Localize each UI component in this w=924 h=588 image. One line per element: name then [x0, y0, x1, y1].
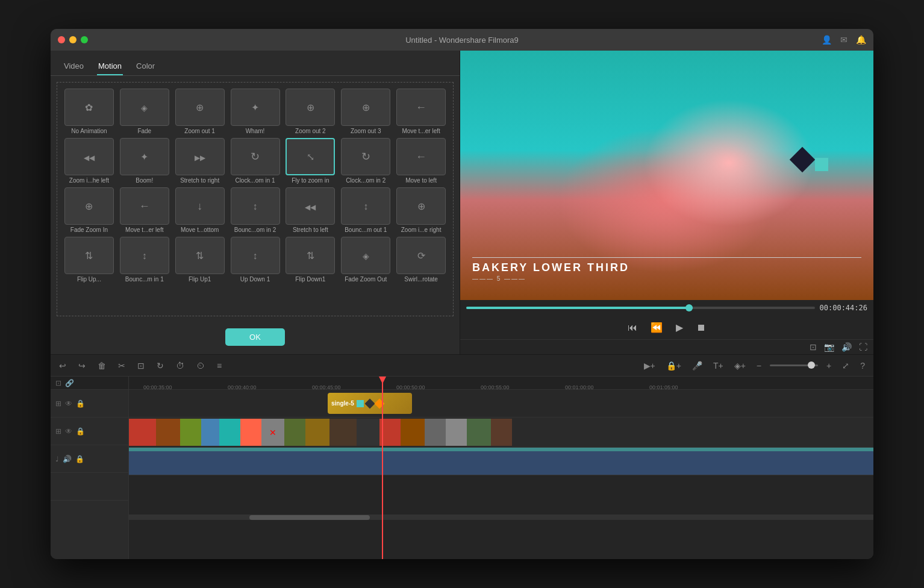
- video-clip-11[interactable]: [357, 419, 379, 446]
- video-clip-13[interactable]: [401, 419, 425, 446]
- effect-stretch-left[interactable]: Stretch to left: [284, 187, 336, 233]
- help-button[interactable]: ?: [858, 360, 867, 372]
- play-button[interactable]: ▶: [673, 319, 685, 336]
- effect-bounce-out-1[interactable]: Bounc...m out 1: [340, 187, 392, 233]
- add-video-button[interactable]: ▶+: [641, 360, 658, 372]
- motion-grid-icon[interactable]: ⊞: [55, 399, 61, 408]
- video-clip-8[interactable]: [284, 419, 305, 446]
- screenshot-icon[interactable]: 📷: [824, 342, 834, 352]
- effect-bounce-in-1[interactable]: Bounc...m in 1: [119, 237, 170, 283]
- add-text-button[interactable]: T+: [711, 360, 726, 372]
- video-clip-2[interactable]: [156, 419, 180, 446]
- effect-move-left[interactable]: Move to left: [395, 138, 447, 184]
- video-grid-icon[interactable]: ⊞: [55, 427, 61, 436]
- video-eye-icon[interactable]: 👁: [65, 427, 72, 436]
- add-effect-button[interactable]: ◈+: [732, 360, 748, 372]
- effect-clock-2[interactable]: Clock...om in 2: [340, 138, 392, 184]
- tab-motion[interactable]: Motion: [97, 58, 123, 75]
- effect-no-animation[interactable]: No Animation: [63, 89, 115, 134]
- effect-swirl-rotate[interactable]: Swirl...rotate: [395, 237, 447, 283]
- video-clip-15[interactable]: [446, 419, 467, 446]
- audio-note-icon[interactable]: ♩: [55, 455, 59, 463]
- tab-color[interactable]: Color: [135, 58, 156, 75]
- redo-button[interactable]: ↪: [76, 360, 88, 372]
- tab-video[interactable]: Video: [63, 58, 85, 75]
- crop-icon[interactable]: ⊡: [810, 342, 817, 352]
- effect-stretch-right[interactable]: Stretch to right: [174, 138, 226, 184]
- video-lock-icon[interactable]: 🔒: [76, 427, 85, 436]
- effect-zoom-out-1[interactable]: Zoom out 1: [174, 89, 226, 134]
- fit-button[interactable]: ⤢: [840, 360, 852, 372]
- effect-move-bottom[interactable]: Move t...ottom: [174, 187, 226, 233]
- video-clip-10[interactable]: [329, 419, 357, 446]
- zoom-out-tl-button[interactable]: −: [754, 360, 764, 372]
- effect-zoom-left[interactable]: Zoom i...he left: [63, 138, 115, 184]
- effect-zoom-right[interactable]: Zoom i...e right: [395, 187, 447, 233]
- effect-flip-up[interactable]: Flip Up...: [63, 237, 115, 283]
- effect-clock-1[interactable]: Clock...om in 1: [229, 138, 281, 184]
- effect-fade-zoom-in[interactable]: Fade Zoom In: [63, 187, 115, 233]
- fullscreen-icon[interactable]: ⛶: [859, 342, 867, 352]
- effect-zoom-out-2[interactable]: Zoom out 2: [284, 89, 336, 134]
- maximize-button[interactable]: [81, 36, 88, 43]
- video-clip-5[interactable]: [219, 419, 240, 446]
- crop-button[interactable]: ⊡: [135, 360, 147, 372]
- mail-icon[interactable]: ✉: [840, 35, 848, 45]
- ruler-mark-45: 00:00:45:00: [312, 384, 341, 390]
- effect-boom[interactable]: Boom!: [119, 138, 170, 184]
- video-clip-7[interactable]: ✕: [261, 419, 284, 446]
- zoom-knob[interactable]: [808, 361, 815, 369]
- audio-vol-icon[interactable]: 🔊: [63, 455, 72, 463]
- user-icon[interactable]: 👤: [822, 35, 832, 45]
- ruler-label: ⊡ 🔗: [51, 377, 128, 390]
- video-clip-14[interactable]: [425, 419, 446, 446]
- add-audio-button[interactable]: 🔒+: [664, 360, 684, 372]
- audio-button[interactable]: ≡: [214, 360, 224, 372]
- effect-bounce-2[interactable]: Bounc...om in 2: [229, 187, 281, 233]
- cut-button[interactable]: ✂: [116, 360, 128, 372]
- horizontal-scrollbar[interactable]: [129, 515, 873, 520]
- timer-button[interactable]: ⏲: [194, 360, 207, 372]
- motion-lock-icon[interactable]: 🔒: [76, 399, 85, 408]
- effect-fade[interactable]: Fade: [119, 89, 170, 134]
- rotate-button[interactable]: ↻: [154, 360, 166, 372]
- video-clip-1[interactable]: [129, 419, 156, 446]
- audio-lock-icon[interactable]: 🔒: [75, 455, 84, 463]
- speed-button[interactable]: ⏱: [173, 360, 187, 372]
- ok-button[interactable]: OK: [225, 328, 285, 346]
- add-mic-button[interactable]: 🎤: [690, 360, 705, 372]
- close-button[interactable]: [58, 36, 65, 43]
- scrollbar-thumb[interactable]: [249, 515, 370, 520]
- effect-up-down[interactable]: Up Down 1: [229, 237, 281, 283]
- video-clip-17[interactable]: [491, 419, 512, 446]
- video-clip-9[interactable]: [305, 419, 329, 446]
- motion-eye-icon[interactable]: 👁: [65, 399, 72, 408]
- playhead[interactable]: [382, 377, 383, 559]
- fit-view-icon[interactable]: ⊡: [55, 379, 61, 387]
- skip-back-button[interactable]: ⏮: [625, 320, 640, 336]
- effect-fade-zoom-out[interactable]: Fade Zoom Out: [340, 237, 392, 283]
- video-clip-16[interactable]: [467, 419, 491, 446]
- progress-bar[interactable]: [466, 307, 815, 309]
- effect-move-top-left[interactable]: Move t...er left: [119, 187, 170, 233]
- video-clip-4[interactable]: [201, 419, 219, 446]
- stop-button[interactable]: ⏹: [694, 320, 708, 336]
- effect-move-right-left[interactable]: Move t...er left: [395, 89, 447, 134]
- volume-icon[interactable]: 🔊: [841, 342, 852, 352]
- link-icon[interactable]: 🔗: [65, 379, 74, 387]
- undo-button[interactable]: ↩: [57, 360, 69, 372]
- timeline-tracks[interactable]: 00:00:35:00 00:00:40:00 00:00:45:00 00:0…: [129, 377, 873, 559]
- effect-flip-down[interactable]: Flip Down1: [284, 237, 336, 283]
- step-back-button[interactable]: ⏪: [648, 319, 665, 336]
- video-clip-6[interactable]: [240, 419, 261, 446]
- video-clip-3[interactable]: [180, 419, 201, 446]
- effect-flip-up1[interactable]: Flip Up1: [174, 237, 226, 283]
- delete-button[interactable]: 🗑: [95, 360, 108, 372]
- minimize-button[interactable]: [69, 36, 76, 43]
- motion-clip[interactable]: single-5: [328, 393, 412, 414]
- bell-icon[interactable]: 🔔: [856, 35, 866, 45]
- effect-zoom-out-3[interactable]: Zoom out 3: [340, 89, 392, 134]
- zoom-in-tl-button[interactable]: +: [824, 360, 834, 372]
- effect-fly-zoom[interactable]: Fly to zoom in: [284, 138, 336, 184]
- effect-wham[interactable]: Wham!: [229, 89, 281, 134]
